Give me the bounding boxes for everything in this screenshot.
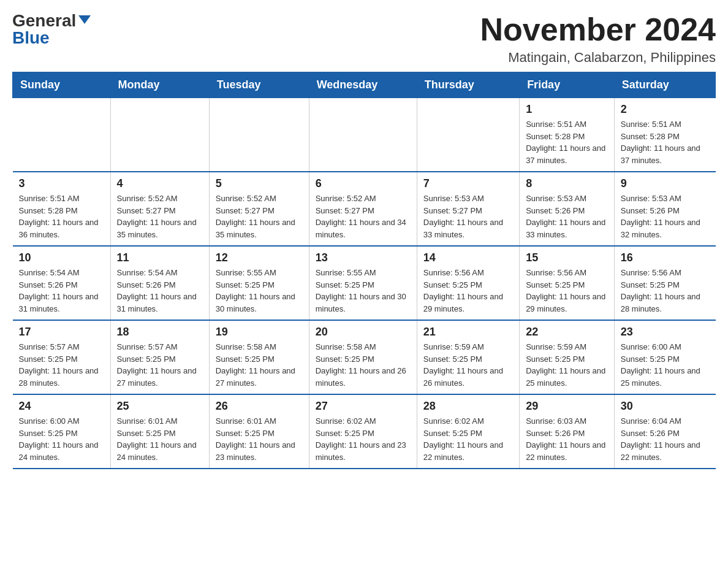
day-info: Sunrise: 5:52 AMSunset: 5:27 PMDaylight:…	[316, 193, 411, 240]
day-info: Sunrise: 5:56 AMSunset: 5:25 PMDaylight:…	[621, 267, 710, 315]
calendar-cell: 5Sunrise: 5:52 AMSunset: 5:27 PMDaylight…	[209, 172, 309, 246]
day-number: 2	[621, 103, 710, 116]
logo-general-text: General	[12, 12, 76, 29]
day-number: 22	[526, 326, 608, 339]
day-info: Sunrise: 5:58 AMSunset: 5:25 PMDaylight:…	[316, 341, 411, 389]
logo-blue-text: Blue	[12, 29, 50, 47]
page-header: General Blue November 2024 Matingain, Ca…	[12, 12, 716, 66]
subtitle: Matingain, Calabarzon, Philippines	[480, 50, 716, 66]
header-cell-tuesday: Tuesday	[209, 72, 309, 98]
calendar-cell	[417, 98, 519, 172]
calendar-cell: 7Sunrise: 5:53 AMSunset: 5:27 PMDaylight…	[417, 172, 519, 246]
header-cell-thursday: Thursday	[417, 72, 519, 98]
week-row-5: 24Sunrise: 6:00 AMSunset: 5:25 PMDayligh…	[13, 394, 716, 469]
week-row-4: 17Sunrise: 5:57 AMSunset: 5:25 PMDayligh…	[13, 320, 716, 394]
calendar-header: SundayMondayTuesdayWednesdayThursdayFrid…	[13, 72, 716, 98]
day-number: 6	[316, 177, 411, 190]
day-number: 8	[526, 177, 608, 190]
header-cell-wednesday: Wednesday	[309, 72, 417, 98]
header-cell-friday: Friday	[520, 72, 615, 98]
day-info: Sunrise: 5:54 AMSunset: 5:26 PMDaylight:…	[117, 267, 203, 315]
day-info: Sunrise: 5:56 AMSunset: 5:25 PMDaylight:…	[423, 267, 513, 315]
calendar-cell: 8Sunrise: 5:53 AMSunset: 5:26 PMDaylight…	[520, 172, 615, 246]
calendar-cell: 3Sunrise: 5:51 AMSunset: 5:28 PMDaylight…	[13, 172, 111, 246]
calendar-cell: 11Sunrise: 5:54 AMSunset: 5:26 PMDayligh…	[110, 246, 209, 320]
calendar-cell: 12Sunrise: 5:55 AMSunset: 5:25 PMDayligh…	[209, 246, 309, 320]
calendar-cell: 18Sunrise: 5:57 AMSunset: 5:25 PMDayligh…	[110, 320, 209, 394]
header-row: SundayMondayTuesdayWednesdayThursdayFrid…	[13, 72, 716, 98]
calendar-cell: 9Sunrise: 5:53 AMSunset: 5:26 PMDaylight…	[614, 172, 715, 246]
calendar-cell	[209, 98, 309, 172]
day-info: Sunrise: 6:01 AMSunset: 5:25 PMDaylight:…	[216, 415, 303, 463]
day-info: Sunrise: 6:00 AMSunset: 5:25 PMDaylight:…	[621, 341, 710, 389]
calendar-cell: 25Sunrise: 6:01 AMSunset: 5:25 PMDayligh…	[110, 394, 209, 469]
day-number: 25	[117, 400, 203, 413]
day-info: Sunrise: 5:51 AMSunset: 5:28 PMDaylight:…	[526, 118, 608, 166]
calendar-table: SundayMondayTuesdayWednesdayThursdayFrid…	[12, 72, 716, 469]
day-number: 21	[423, 326, 513, 339]
day-info: Sunrise: 5:59 AMSunset: 5:25 PMDaylight:…	[423, 341, 513, 389]
day-info: Sunrise: 5:53 AMSunset: 5:26 PMDaylight:…	[526, 193, 608, 240]
day-number: 9	[621, 177, 710, 190]
calendar-cell: 14Sunrise: 5:56 AMSunset: 5:25 PMDayligh…	[417, 246, 519, 320]
day-number: 26	[216, 400, 303, 413]
day-info: Sunrise: 5:57 AMSunset: 5:25 PMDaylight:…	[19, 341, 104, 389]
calendar-cell	[309, 98, 417, 172]
day-number: 23	[621, 326, 710, 339]
day-info: Sunrise: 5:51 AMSunset: 5:28 PMDaylight:…	[19, 193, 104, 240]
calendar-cell: 27Sunrise: 6:02 AMSunset: 5:25 PMDayligh…	[309, 394, 417, 469]
day-info: Sunrise: 5:51 AMSunset: 5:28 PMDaylight:…	[621, 118, 710, 166]
calendar-cell: 13Sunrise: 5:55 AMSunset: 5:25 PMDayligh…	[309, 246, 417, 320]
day-number: 27	[316, 400, 411, 413]
day-number: 16	[621, 251, 710, 264]
day-info: Sunrise: 5:54 AMSunset: 5:26 PMDaylight:…	[19, 267, 104, 315]
calendar-cell: 1Sunrise: 5:51 AMSunset: 5:28 PMDaylight…	[520, 98, 615, 172]
day-number: 14	[423, 251, 513, 264]
calendar-cell: 2Sunrise: 5:51 AMSunset: 5:28 PMDaylight…	[614, 98, 715, 172]
day-number: 29	[526, 400, 608, 413]
day-number: 12	[216, 251, 303, 264]
day-info: Sunrise: 6:02 AMSunset: 5:25 PMDaylight:…	[423, 415, 513, 463]
logo: General Blue	[12, 12, 91, 47]
day-info: Sunrise: 5:58 AMSunset: 5:25 PMDaylight:…	[216, 341, 303, 389]
week-row-1: 1Sunrise: 5:51 AMSunset: 5:28 PMDaylight…	[13, 98, 716, 172]
day-info: Sunrise: 5:53 AMSunset: 5:26 PMDaylight:…	[621, 193, 710, 240]
day-info: Sunrise: 5:55 AMSunset: 5:25 PMDaylight:…	[216, 267, 303, 315]
day-number: 3	[19, 177, 104, 190]
day-info: Sunrise: 5:59 AMSunset: 5:25 PMDaylight:…	[526, 341, 608, 389]
main-title: November 2024	[480, 12, 716, 47]
title-block: November 2024 Matingain, Calabarzon, Phi…	[480, 12, 716, 66]
day-info: Sunrise: 6:03 AMSunset: 5:26 PMDaylight:…	[526, 415, 608, 463]
day-info: Sunrise: 6:04 AMSunset: 5:26 PMDaylight:…	[621, 415, 710, 463]
calendar-cell: 29Sunrise: 6:03 AMSunset: 5:26 PMDayligh…	[520, 394, 615, 469]
header-cell-saturday: Saturday	[614, 72, 715, 98]
calendar-cell: 15Sunrise: 5:56 AMSunset: 5:25 PMDayligh…	[520, 246, 615, 320]
calendar-body: 1Sunrise: 5:51 AMSunset: 5:28 PMDaylight…	[13, 98, 716, 469]
day-number: 4	[117, 177, 203, 190]
day-number: 19	[216, 326, 303, 339]
calendar-cell: 17Sunrise: 5:57 AMSunset: 5:25 PMDayligh…	[13, 320, 111, 394]
header-cell-monday: Monday	[110, 72, 209, 98]
calendar-cell: 6Sunrise: 5:52 AMSunset: 5:27 PMDaylight…	[309, 172, 417, 246]
calendar-cell: 16Sunrise: 5:56 AMSunset: 5:25 PMDayligh…	[614, 246, 715, 320]
calendar-cell: 22Sunrise: 5:59 AMSunset: 5:25 PMDayligh…	[520, 320, 615, 394]
week-row-2: 3Sunrise: 5:51 AMSunset: 5:28 PMDaylight…	[13, 172, 716, 246]
day-info: Sunrise: 6:00 AMSunset: 5:25 PMDaylight:…	[19, 415, 104, 463]
day-number: 24	[19, 400, 104, 413]
calendar-cell: 20Sunrise: 5:58 AMSunset: 5:25 PMDayligh…	[309, 320, 417, 394]
day-number: 5	[216, 177, 303, 190]
calendar-cell: 26Sunrise: 6:01 AMSunset: 5:25 PMDayligh…	[209, 394, 309, 469]
calendar-cell: 23Sunrise: 6:00 AMSunset: 5:25 PMDayligh…	[614, 320, 715, 394]
day-number: 17	[19, 326, 104, 339]
day-number: 18	[117, 326, 203, 339]
logo-triangle-icon	[78, 15, 91, 24]
day-info: Sunrise: 5:56 AMSunset: 5:25 PMDaylight:…	[526, 267, 608, 315]
calendar-cell	[13, 98, 111, 172]
calendar-cell: 10Sunrise: 5:54 AMSunset: 5:26 PMDayligh…	[13, 246, 111, 320]
calendar-cell: 28Sunrise: 6:02 AMSunset: 5:25 PMDayligh…	[417, 394, 519, 469]
calendar-cell: 4Sunrise: 5:52 AMSunset: 5:27 PMDaylight…	[110, 172, 209, 246]
day-number: 15	[526, 251, 608, 264]
day-number: 20	[316, 326, 411, 339]
calendar-cell: 30Sunrise: 6:04 AMSunset: 5:26 PMDayligh…	[614, 394, 715, 469]
day-number: 28	[423, 400, 513, 413]
